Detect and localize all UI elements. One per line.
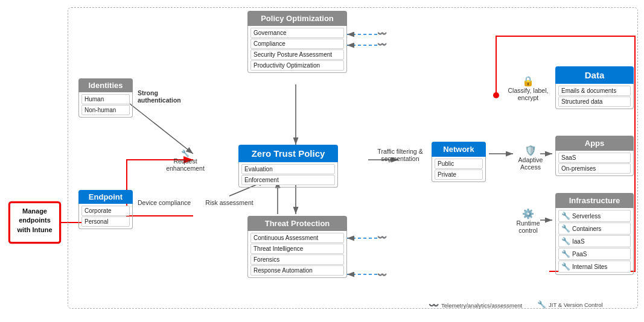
ztp-evaluation: Evaluation <box>241 164 335 174</box>
threat-prot-forensics: Forensics <box>250 254 344 265</box>
apps-onpremises: On-premises <box>558 163 631 174</box>
threat-prot-response: Response Automation <box>250 265 344 276</box>
legend-telemetry: 〰️ Telemetry/analytics/assessment <box>429 300 522 310</box>
apps-saas: SaaS <box>558 153 631 163</box>
identities-item-human: Human <box>81 94 130 104</box>
svg-point-5 <box>493 92 499 98</box>
legend-jit-icon: 🔧 <box>537 300 546 309</box>
policy-optimization-box: Policy Optimization Governance Complianc… <box>247 11 347 73</box>
endpoint-item-personal: Personal <box>81 216 130 227</box>
infrastructure-box: Infrastructure 🔧 Serverless 🔧 Containers… <box>555 193 634 275</box>
infra-iaas: 🔧 IaaS <box>558 235 631 247</box>
identities-item-nonhuman: Non-human <box>81 105 130 115</box>
infra-internal: 🔧 Internal Sites <box>558 260 631 273</box>
telemetry-icon-3: 〰️ <box>377 233 387 242</box>
infra-containers: 🔧 Containers <box>558 223 631 235</box>
policy-opt-governance: Governance <box>250 28 344 38</box>
policy-opt-productivity: Productivity Optimization <box>250 60 344 71</box>
ztp-title: Zero Trust Policy <box>247 145 330 162</box>
apps-title: Apps <box>581 136 608 150</box>
apps-box: Apps SaaS On-premises <box>555 136 634 176</box>
device-compliance-label: Device compliance <box>138 199 192 206</box>
traffic-filtering-label: Traffic filtering & segmentation <box>373 148 427 162</box>
diagram: Manage endpoints with Intune Identities … <box>0 0 644 322</box>
data-title: Data <box>580 67 610 83</box>
threat-protection-box: Threat Protection Continuous Assessment … <box>247 216 347 278</box>
adaptive-icon: 🛡️ <box>510 145 551 156</box>
legend-telemetry-icon: 〰️ <box>429 300 439 310</box>
threat-prot-continuous: Continuous Assessment <box>250 233 344 243</box>
endpoint-title: Endpoint <box>85 190 126 204</box>
threat-prot-intel: Threat Intelligence <box>250 244 344 254</box>
telemetry-icon-2: 〰️ <box>377 40 387 49</box>
data-box: Data Emails & documents Structured data <box>555 66 634 109</box>
legend-jit: 🔧 JIT & Version Control <box>537 300 603 309</box>
lock-icon: 🔒 <box>507 75 549 87</box>
request-enhancement-label: 🔧 Request enhancement <box>158 150 212 172</box>
identities-title: Identities <box>84 78 126 92</box>
policy-opt-security: Security Posture Assessment <box>250 49 344 60</box>
policy-opt-title: Policy Optimization <box>257 11 337 25</box>
telemetry-icon-1: 〰️ <box>377 29 387 38</box>
infra-paas: 🔧 PaaS <box>558 248 631 260</box>
risk-assessment-label: Risk assessment <box>205 199 253 206</box>
zero-trust-policy-box: Zero Trust Policy Evaluation Enforcement <box>238 145 338 188</box>
strong-authentication-label: Strong authentication <box>138 89 198 104</box>
network-title: Network <box>439 142 477 156</box>
threat-prot-title: Threat Protection <box>261 216 334 230</box>
infra-serverless: 🔧 Serverless <box>558 210 631 222</box>
manage-endpoints-box: Manage endpoints with Intune <box>9 202 60 243</box>
runtime-icon: ⚙️ <box>507 208 549 219</box>
adaptive-access-label: 🛡️ Adaptive Access <box>510 145 551 171</box>
data-emails: Emails & documents <box>558 86 631 96</box>
data-structured: Structured data <box>558 96 631 107</box>
outer-dashed-border <box>68 7 638 309</box>
policy-opt-compliance: Compliance <box>250 39 344 49</box>
identities-box: Identities Human Non-human <box>78 78 133 118</box>
telemetry-icon-4: 〰️ <box>377 270 387 279</box>
network-box: Network Public Private <box>432 142 486 182</box>
classify-label: 🔒 Classify, label, encrypt <box>507 75 549 101</box>
endpoint-box: Endpoint Corporate Personal <box>78 190 133 229</box>
manage-endpoints-label: Manage endpoints with Intune <box>17 207 52 233</box>
infra-title: Infrastructure <box>566 194 624 207</box>
ztp-enforcement: Enforcement <box>241 175 335 185</box>
runtime-control-label: ⚙️ Runtime control <box>507 208 549 234</box>
network-public: Public <box>435 159 483 169</box>
endpoint-item-corporate: Corporate <box>81 206 130 216</box>
network-private: Private <box>435 169 483 180</box>
